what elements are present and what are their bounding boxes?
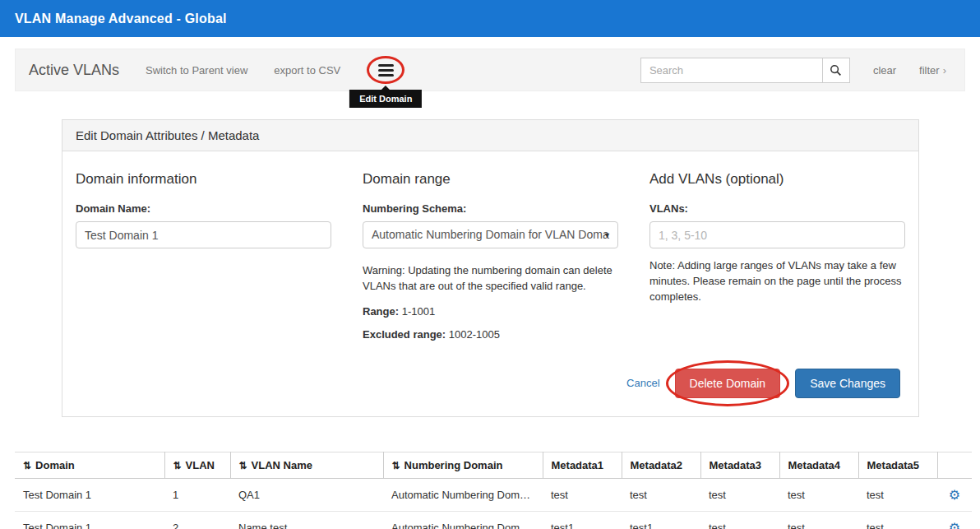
excluded-range-line: Excluded range: 1002-1005: [363, 328, 618, 341]
table-cell: Test Domain 1: [15, 478, 164, 511]
add-vlans-section: Add VLANs (optional) VLANs: Note: Adding…: [649, 165, 905, 341]
table-cell: test: [700, 478, 779, 511]
vlans-input[interactable]: [649, 221, 905, 248]
search-button[interactable]: [823, 58, 850, 83]
table-row: Test Domain 11QA1Automatic Numbering Dom…: [15, 478, 972, 511]
column-header-metadata4: Metadata4: [779, 452, 858, 478]
column-header-numbering-domain[interactable]: ⇅Numbering Domain: [383, 452, 543, 478]
column-header-metadata5: Metadata5: [858, 452, 937, 478]
cancel-link[interactable]: Cancel: [626, 377, 659, 389]
table-cell: QA1: [230, 478, 383, 511]
page-title: VLAN Manage Advanced - Global: [15, 12, 227, 26]
table-cell: Automatic Numbering Doma...: [383, 511, 543, 529]
sort-icon: ⇅: [173, 460, 182, 471]
toolbar: Active VLANs Switch to Parent view expor…: [15, 49, 965, 91]
range-warning-text: Warning: Updating the numbering domain c…: [363, 263, 618, 295]
column-header-metadata2: Metadata2: [622, 452, 700, 478]
table-cell: Test Domain 1: [15, 511, 164, 529]
column-header-vlan-name[interactable]: ⇅VLAN Name: [230, 452, 383, 478]
column-header-metadata3: Metadata3: [700, 452, 779, 478]
active-vlans-title: Active VLANs: [29, 62, 119, 79]
table-cell: test1: [543, 511, 622, 529]
filter-link[interactable]: filter›: [919, 64, 946, 77]
vlan-table: ⇅Domain⇅VLAN⇅VLAN Name⇅Numbering DomainM…: [15, 452, 972, 529]
panel-title: Edit Domain Attributes / Metadata: [62, 120, 918, 151]
range-line: Range: 1-1001: [363, 305, 618, 318]
table-cell: Automatic Numbering Doma...: [383, 478, 543, 511]
table-cell: test: [779, 478, 858, 511]
row-actions-cell: ⚙: [937, 511, 972, 529]
table-cell: Name test: [230, 511, 383, 529]
table-row: Test Domain 12Name testAutomatic Numberi…: [15, 511, 972, 529]
app-header: VLAN Manage Advanced - Global: [0, 0, 980, 37]
table-cell: test: [543, 478, 622, 511]
content-area: Active VLANs Switch to Parent view expor…: [0, 49, 980, 529]
column-header-vlan[interactable]: ⇅VLAN: [164, 452, 230, 478]
table-cell: test: [858, 511, 937, 529]
vlans-label: VLANs:: [649, 202, 905, 215]
column-header-metadata1: Metadata1: [543, 452, 622, 478]
gear-icon[interactable]: ⚙: [949, 488, 960, 502]
domain-range-heading: Domain range: [363, 171, 618, 188]
delete-domain-button[interactable]: Delete Domain: [675, 369, 781, 398]
switch-parent-view-link[interactable]: Switch to Parent view: [146, 64, 247, 77]
column-header-domain[interactable]: ⇅Domain: [15, 452, 164, 478]
vlan-table-head-row: ⇅Domain⇅VLAN⇅VLAN Name⇅Numbering DomainM…: [15, 452, 972, 478]
table-cell: test: [622, 478, 700, 511]
edit-domain-menu[interactable]: Edit Domain: [367, 55, 404, 85]
domain-information-section: Domain information Domain Name:: [76, 165, 331, 341]
search-icon: [830, 64, 842, 77]
column-header-actions: [937, 452, 972, 478]
domain-name-label: Domain Name:: [76, 202, 331, 215]
sort-icon: ⇅: [23, 460, 31, 471]
export-csv-link[interactable]: export to CSV: [274, 64, 340, 77]
edit-domain-tooltip: Edit Domain: [349, 90, 422, 108]
add-vlans-heading: Add VLANs (optional): [649, 171, 905, 188]
table-cell: 1: [164, 478, 230, 511]
vlan-table-body: Test Domain 11QA1Automatic Numbering Dom…: [15, 478, 972, 529]
table-cell: 2: [164, 511, 230, 529]
domain-info-heading: Domain information: [76, 171, 331, 188]
chevron-right-icon: ›: [943, 64, 946, 77]
gear-icon[interactable]: ⚙: [949, 521, 960, 529]
chevron-down-icon: ▼: [603, 231, 611, 239]
domain-range-section: Domain range Numbering Schema: Automatic…: [363, 165, 618, 341]
numbering-schema-select[interactable]: Automatic Numbering Domain for VLAN Doma…: [363, 221, 618, 248]
table-cell: test: [858, 478, 937, 511]
numbering-schema-label: Numbering Schema:: [363, 202, 618, 215]
domain-name-input[interactable]: [76, 221, 331, 248]
search-input[interactable]: [640, 58, 823, 83]
sort-icon: ⇅: [392, 460, 400, 471]
row-actions-cell: ⚙: [937, 478, 972, 511]
table-cell: test1: [622, 511, 700, 529]
sort-icon: ⇅: [239, 460, 247, 471]
edit-domain-panel: Edit Domain Attributes / Metadata Domain…: [62, 119, 919, 417]
table-cell: test: [700, 511, 779, 529]
panel-actions: Cancel Delete Domain Save Changes: [76, 369, 905, 398]
table-cell: test: [779, 511, 858, 529]
clear-link[interactable]: clear: [873, 64, 896, 77]
vlans-note-text: Note: Adding large ranges of VLANs may t…: [649, 258, 905, 305]
hamburger-icon[interactable]: [378, 64, 394, 77]
save-changes-button[interactable]: Save Changes: [795, 369, 900, 398]
